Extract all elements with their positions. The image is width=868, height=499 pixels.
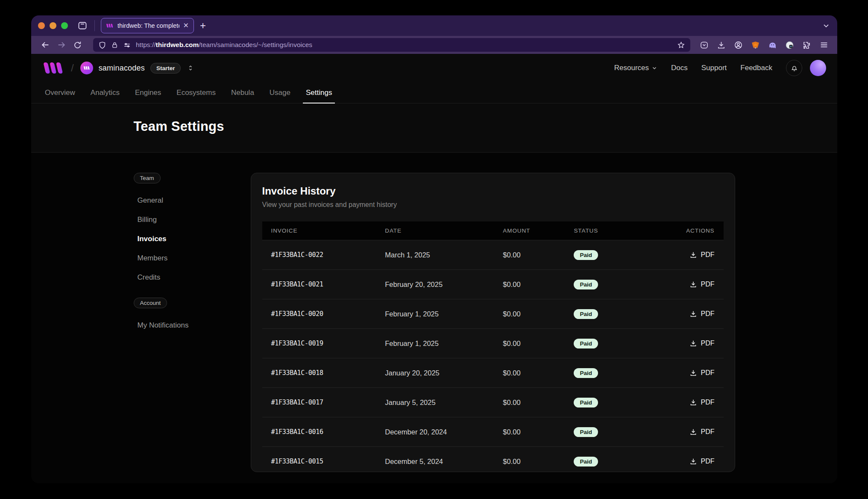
url-scheme: https:// bbox=[136, 41, 156, 48]
column-invoice: INVOICE bbox=[271, 227, 385, 234]
support-link[interactable]: Support bbox=[701, 64, 727, 72]
tab-settings[interactable]: Settings bbox=[306, 82, 332, 103]
team-name[interactable]: saminacodes bbox=[99, 64, 145, 73]
tab-ecosystems[interactable]: Ecosystems bbox=[176, 82, 216, 103]
chevron-down-icon bbox=[651, 65, 657, 71]
download-pdf-button[interactable]: PDF bbox=[689, 281, 715, 288]
invoice-table-body: #1F33BA1C-0022 March 1, 2025 $0.00 Paid … bbox=[262, 240, 724, 472]
invoice-amount: $0.00 bbox=[503, 458, 574, 466]
invoice-table-row: #1F33BA1C-0017 January 5, 2025 $0.00 Pai… bbox=[262, 388, 724, 417]
invoice-id: #1F33BA1C-0017 bbox=[271, 399, 385, 406]
title-band: Team Settings bbox=[31, 103, 837, 153]
invoice-table-header: INVOICE DATE AMOUNT STATUS ACTIONS bbox=[262, 221, 724, 240]
team-avatar[interactable] bbox=[80, 62, 93, 74]
invoice-table-row: #1F33BA1C-0020 February 1, 2025 $0.00 Pa… bbox=[262, 299, 724, 329]
wallet-extension-icon[interactable] bbox=[785, 41, 794, 50]
phantom-extension-icon[interactable] bbox=[768, 41, 777, 50]
column-status: STATUS bbox=[574, 227, 641, 234]
download-pdf-button[interactable]: PDF bbox=[689, 428, 715, 436]
invoice-table-row: #1F33BA1C-0019 February 1, 2025 $0.00 Pa… bbox=[262, 329, 724, 358]
invoice-date: March 1, 2025 bbox=[385, 251, 503, 259]
user-avatar[interactable] bbox=[810, 60, 826, 76]
tab-nebula[interactable]: Nebula bbox=[231, 82, 254, 103]
sidebar-item-members[interactable]: Members bbox=[138, 254, 168, 263]
tab-overview[interactable]: Overview bbox=[45, 82, 75, 103]
browser-tab-bar: thirdweb: The complete web3 d ✕ + bbox=[31, 15, 837, 36]
invoice-date: December 5, 2024 bbox=[385, 458, 503, 466]
invoice-amount: $0.00 bbox=[503, 251, 574, 259]
forward-button[interactable] bbox=[57, 40, 66, 50]
new-tab-button[interactable]: + bbox=[200, 20, 206, 32]
zoom-window-button[interactable] bbox=[61, 22, 68, 29]
pocket-icon[interactable] bbox=[700, 41, 709, 50]
notifications-button[interactable] bbox=[786, 60, 802, 76]
tab-engines[interactable]: Engines bbox=[135, 82, 161, 103]
download-pdf-button[interactable]: PDF bbox=[689, 251, 715, 259]
sidebar-item-invoices[interactable]: Invoices bbox=[138, 235, 167, 243]
list-all-tabs-chevron-icon[interactable] bbox=[822, 21, 830, 30]
invoice-amount: $0.00 bbox=[503, 399, 574, 407]
browser-tab-thirdweb[interactable]: thirdweb: The complete web3 d ✕ bbox=[101, 18, 194, 33]
breadcrumb-separator: / bbox=[71, 62, 74, 74]
invoice-table-row: #1F33BA1C-0015 December 5, 2024 $0.00 Pa… bbox=[262, 447, 724, 472]
tab-usage[interactable]: Usage bbox=[270, 82, 290, 103]
window-controls bbox=[38, 22, 68, 29]
sidebar-item-my-notifications[interactable]: My Notifications bbox=[138, 321, 189, 330]
permissions-icon[interactable] bbox=[123, 41, 131, 49]
close-window-button[interactable] bbox=[38, 22, 45, 29]
download-icon bbox=[689, 458, 697, 465]
download-pdf-button[interactable]: PDF bbox=[689, 310, 715, 318]
sidebar-item-billing[interactable]: Billing bbox=[138, 216, 157, 224]
status-badge: Paid bbox=[574, 368, 598, 378]
tab-close-icon[interactable]: ✕ bbox=[183, 22, 189, 29]
tracking-protection-shield-icon[interactable] bbox=[98, 41, 106, 49]
back-button[interactable] bbox=[41, 40, 50, 50]
firefox-view-icon[interactable] bbox=[77, 21, 88, 31]
menu-hamburger-icon[interactable] bbox=[819, 40, 829, 50]
status-badge: Paid bbox=[574, 250, 598, 260]
header-links: Resources Docs Support Feedback bbox=[614, 60, 826, 76]
team-switcher-chevrons-icon[interactable] bbox=[187, 64, 194, 72]
invoice-date: February 20, 2025 bbox=[385, 281, 503, 289]
download-pdf-button[interactable]: PDF bbox=[689, 458, 715, 465]
sidebar-item-general[interactable]: General bbox=[138, 196, 163, 205]
sidebar-item-credits[interactable]: Credits bbox=[138, 273, 161, 282]
metamask-extension-icon[interactable] bbox=[751, 41, 760, 50]
bell-icon bbox=[790, 64, 798, 72]
download-icon bbox=[689, 399, 697, 406]
download-pdf-button[interactable]: PDF bbox=[689, 369, 715, 377]
account-icon[interactable] bbox=[734, 41, 743, 50]
downloads-icon[interactable] bbox=[717, 41, 726, 50]
invoice-id: #1F33BA1C-0021 bbox=[271, 281, 385, 288]
extensions-puzzle-icon[interactable] bbox=[802, 41, 811, 50]
status-badge: Paid bbox=[574, 398, 598, 407]
invoice-amount: $0.00 bbox=[503, 369, 574, 377]
invoice-id: #1F33BA1C-0018 bbox=[271, 369, 385, 377]
tab-analytics[interactable]: Analytics bbox=[91, 82, 120, 103]
resources-menu[interactable]: Resources bbox=[614, 64, 657, 72]
url-bar[interactable]: https://thirdweb.com/team/saminacodes/~/… bbox=[93, 38, 690, 52]
minimize-window-button[interactable] bbox=[50, 22, 56, 29]
connection-lock-icon[interactable] bbox=[111, 41, 118, 49]
reload-button[interactable] bbox=[73, 41, 82, 50]
invoice-id: #1F33BA1C-0022 bbox=[271, 251, 385, 259]
invoice-history-card: Invoice History View your past invoices … bbox=[251, 173, 735, 472]
thirdweb-logo[interactable] bbox=[42, 62, 65, 74]
thirdweb-page: / saminacodes Starter Resources Docs Sup… bbox=[31, 54, 837, 483]
toolbar-extensions bbox=[697, 40, 831, 50]
invoice-history-title: Invoice History bbox=[262, 185, 724, 197]
download-icon bbox=[689, 428, 697, 436]
download-icon bbox=[689, 369, 697, 377]
sidebar-group-team-badge: Team bbox=[134, 173, 161, 183]
url-path: /team/saminacodes/~/settings/invoices bbox=[199, 41, 312, 48]
bookmark-star-icon[interactable] bbox=[677, 41, 685, 49]
invoice-date: January 5, 2025 bbox=[385, 399, 503, 407]
feedback-link[interactable]: Feedback bbox=[740, 64, 772, 72]
docs-link[interactable]: Docs bbox=[671, 64, 688, 72]
invoice-id: #1F33BA1C-0016 bbox=[271, 428, 385, 436]
status-badge: Paid bbox=[574, 457, 598, 467]
download-pdf-button[interactable]: PDF bbox=[689, 340, 715, 347]
status-badge: Paid bbox=[574, 309, 598, 319]
status-badge: Paid bbox=[574, 280, 598, 289]
download-pdf-button[interactable]: PDF bbox=[689, 399, 715, 406]
